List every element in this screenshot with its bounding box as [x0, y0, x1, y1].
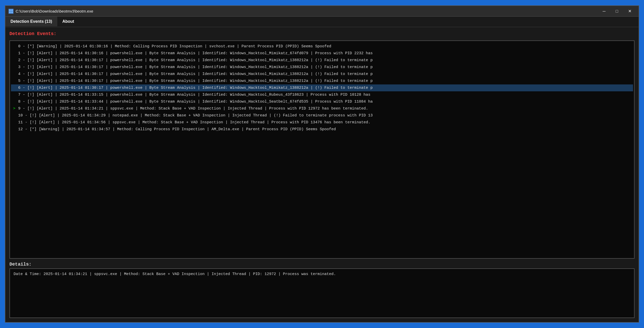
- details-section: Details: Date & Time: 2025-01-14 01:34:2…: [9, 262, 635, 318]
- list-item[interactable]: 12 - [*] [Warning] | 2025-01-14 01:34:57…: [11, 126, 633, 133]
- event-text: 1 - [!] [Alert] | 2025-01-14 01:30:16 | …: [18, 51, 373, 56]
- app-icon: [8, 9, 14, 14]
- minimize-button[interactable]: ─: [598, 7, 610, 15]
- event-text: 9 - [!] [Alert] | 2025-01-14 01:34:21 | …: [18, 106, 368, 111]
- events-panel: 0 - [*] [Warning] | 2025-01-14 01:30:16 …: [9, 40, 635, 259]
- details-text: Date & Time: 2025-01-14 01:34:21 | sppsv…: [14, 272, 336, 276]
- event-text: 2 - [!] [Alert] | 2025-01-14 01:30:17 | …: [18, 58, 373, 63]
- event-marker: >: [13, 106, 18, 111]
- close-button[interactable]: ✕: [624, 7, 636, 15]
- event-text: 4 - [!] [Alert] | 2025-01-14 01:30:17 | …: [18, 71, 373, 77]
- list-item[interactable]: 10 - [!] [Alert] | 2025-01-14 01:34:29 |…: [11, 112, 633, 119]
- event-text: 6 - [!] [Alert] | 2025-01-14 01:30:17 | …: [18, 85, 373, 91]
- content-area: Detection Events: 0 - [*] [Warning] | 20…: [5, 27, 639, 322]
- event-text: 8 - [!] [Alert] | 2025-01-14 01:33:44 | …: [18, 99, 373, 104]
- details-label: Details:: [9, 262, 635, 267]
- window-controls: ─ □ ✕: [598, 7, 636, 15]
- event-text: 12 - [*] [Warning] | 2025-01-14 01:34:57…: [18, 127, 336, 132]
- svg-rect-2: [11, 9, 13, 11]
- svg-rect-4: [11, 12, 13, 13]
- list-item[interactable]: 3 - [!] [Alert] | 2025-01-14 01:30:17 | …: [11, 64, 633, 71]
- main-window: C:\Users\Bob\Downloads\beotmv3\beotm.exe…: [5, 5, 639, 323]
- list-item[interactable]: 6 - [!] [Alert] | 2025-01-14 01:30:17 | …: [11, 84, 633, 91]
- list-item[interactable]: >9 - [!] [Alert] | 2025-01-14 01:34:21 |…: [11, 105, 633, 112]
- list-item[interactable]: 5 - [!] [Alert] | 2025-01-14 01:30:17 | …: [11, 78, 633, 84]
- list-item[interactable]: 0 - [*] [Warning] | 2025-01-14 01:30:16 …: [11, 43, 633, 50]
- svg-rect-3: [9, 12, 11, 13]
- window-title: C:\Users\Bob\Downloads\beotmv3\beotm.exe: [16, 9, 598, 13]
- event-text: 10 - [!] [Alert] | 2025-01-14 01:34:29 |…: [18, 113, 373, 118]
- events-list[interactable]: 0 - [*] [Warning] | 2025-01-14 01:30:16 …: [10, 41, 634, 258]
- title-bar: C:\Users\Bob\Downloads\beotmv3\beotm.exe…: [5, 6, 639, 17]
- tab-about[interactable]: About: [57, 17, 79, 27]
- event-text: 5 - [!] [Alert] | 2025-01-14 01:30:17 | …: [18, 78, 373, 84]
- event-text: 0 - [*] [Warning] | 2025-01-14 01:30:16 …: [18, 44, 331, 49]
- list-item[interactable]: 4 - [!] [Alert] | 2025-01-14 01:30:17 | …: [11, 71, 633, 78]
- menu-bar: Detection Events (13) About: [5, 17, 639, 27]
- list-item[interactable]: 8 - [!] [Alert] | 2025-01-14 01:33:44 | …: [11, 98, 633, 105]
- event-text: 3 - [!] [Alert] | 2025-01-14 01:30:17 | …: [18, 64, 373, 70]
- tab-detection-events[interactable]: Detection Events (13): [5, 17, 57, 27]
- detection-events-section: Detection Events:: [9, 31, 635, 37]
- list-item[interactable]: 7 - [!] [Alert] | 2025-01-14 01:33:15 | …: [11, 91, 633, 98]
- details-panel: Date & Time: 2025-01-14 01:34:21 | sppsv…: [9, 268, 635, 318]
- detection-events-label: Detection Events:: [9, 31, 635, 36]
- list-item[interactable]: 1 - [!] [Alert] | 2025-01-14 01:30:16 | …: [11, 50, 633, 57]
- event-text: 11 - [!] [Alert] | 2025-01-14 01:34:56 |…: [18, 120, 370, 125]
- svg-rect-1: [9, 9, 11, 11]
- event-text: 7 - [!] [Alert] | 2025-01-14 01:33:15 | …: [18, 92, 370, 97]
- list-item[interactable]: 2 - [!] [Alert] | 2025-01-14 01:30:17 | …: [11, 57, 633, 64]
- maximize-button[interactable]: □: [611, 7, 623, 15]
- list-item[interactable]: 11 - [!] [Alert] | 2025-01-14 01:34:56 |…: [11, 119, 633, 126]
